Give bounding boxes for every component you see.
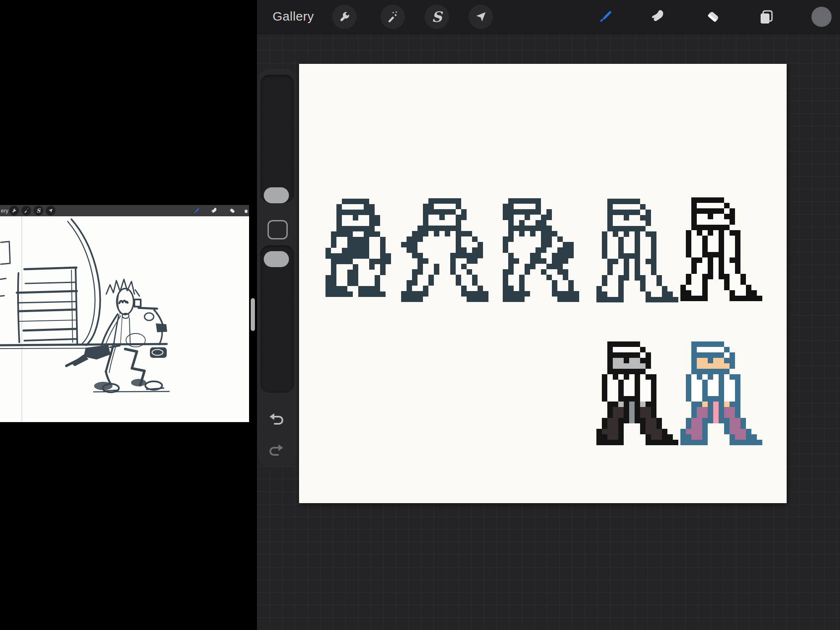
smudge-finger-icon[interactable] <box>646 5 670 29</box>
brush-opacity-slider[interactable] <box>260 245 294 393</box>
selection-s-icon[interactable]: S <box>425 5 449 29</box>
mini-paint-brush-icon[interactable] <box>191 206 201 215</box>
modify-button[interactable] <box>268 220 288 239</box>
actions-wrench-icon[interactable] <box>332 5 357 29</box>
sprite-stand-gun-slate <box>596 199 678 302</box>
mini-selection-s-icon[interactable]: S <box>34 206 43 215</box>
paint-brush-icon[interactable] <box>593 5 617 29</box>
split-view-divider-handle[interactable] <box>251 298 255 331</box>
sketch-drawing <box>0 216 249 422</box>
main-canvas[interactable] <box>299 64 787 503</box>
brush-size-slider-handle[interactable] <box>264 187 289 203</box>
transform-arrow-icon[interactable] <box>469 5 493 29</box>
reference-window: ery S <box>0 205 249 422</box>
mini-smudge-icon[interactable] <box>209 206 219 215</box>
mini-eraser-icon[interactable] <box>227 206 237 215</box>
mini-toolbar: ery S <box>0 205 249 216</box>
layers-icon[interactable] <box>754 5 779 29</box>
sprite-crouch-aim-slate <box>503 198 579 302</box>
adjustments-magic-wand-icon[interactable] <box>381 5 405 29</box>
brush-sidebar <box>258 69 296 467</box>
mini-adjustments-icon[interactable] <box>21 206 31 215</box>
undo-button[interactable] <box>264 410 289 428</box>
brush-opacity-slider-handle[interactable] <box>264 251 289 267</box>
gallery-button[interactable]: Gallery <box>273 9 314 24</box>
mini-transform-arrow-icon[interactable] <box>46 206 55 215</box>
sprite-walk-cape-slate <box>401 198 494 302</box>
sprite-stand-gun-color <box>680 341 762 445</box>
mini-gallery-label: ery <box>1 207 8 214</box>
mini-canvas-sketch <box>0 216 249 422</box>
main-procreate-window: Gallery S <box>257 0 840 630</box>
sprite-stand-relaxed-slate <box>326 199 396 297</box>
brush-size-slider[interactable] <box>260 75 294 203</box>
sprite-stand-gun-grayscale <box>596 341 678 445</box>
sprite-stand-gun-outline <box>680 197 762 301</box>
main-toolbar: Gallery S <box>257 0 840 34</box>
redo-button[interactable] <box>264 441 289 459</box>
artwork-sprites <box>299 64 787 503</box>
eraser-icon[interactable] <box>701 5 725 29</box>
mini-actions-wrench-icon[interactable] <box>9 206 19 215</box>
color-swatch[interactable] <box>809 5 834 29</box>
mini-layers-icon[interactable] <box>244 206 249 215</box>
